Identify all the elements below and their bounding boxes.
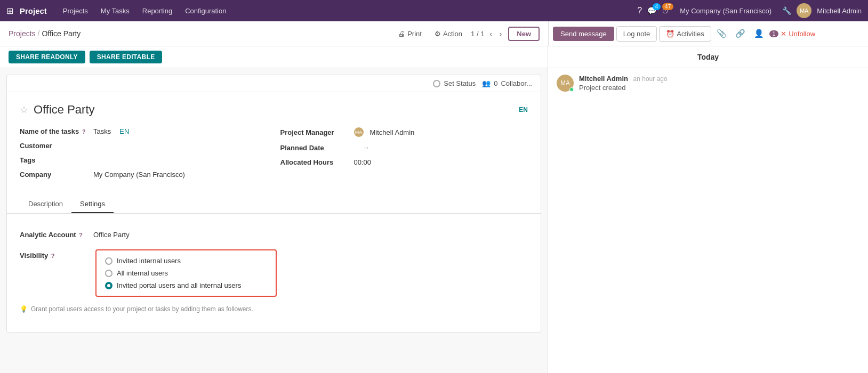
message-time: an hour ago — [633, 75, 668, 83]
main-layout: SHARE READONLY SHARE EDITABLE Set Status… — [0, 46, 868, 373]
company-value[interactable]: My Company (San Francisco) — [93, 171, 185, 179]
planned-date-label: Planned Date — [280, 144, 350, 152]
follower-icon[interactable]: 👤 — [751, 27, 767, 40]
analytic-account-value[interactable]: Office Party — [93, 231, 130, 239]
company-name: My Company (San Francisco) — [680, 7, 771, 15]
right-panel-header: Today — [548, 46, 868, 68]
pager-prev[interactable]: ‹ — [487, 29, 494, 39]
message-content: Mitchell Admin an hour ago Project creat… — [579, 75, 859, 92]
radio-circle-2 — [105, 282, 112, 289]
project-manager-label: Project Manager — [280, 128, 350, 136]
settings-icon: ⚙ — [435, 30, 441, 38]
today-label: Today — [557, 53, 859, 61]
project-title-row: ☆ Office Party EN — [20, 103, 528, 117]
online-dot — [569, 87, 574, 92]
name-of-tasks-label: Name of the tasks ? — [20, 127, 89, 135]
visibility-option-2[interactable]: Invited portal users and all internal us… — [105, 281, 267, 289]
activity-badge: 47 — [662, 3, 673, 10]
customer-label: Customer — [20, 142, 89, 150]
collaborators-icon: 👥 — [482, 79, 491, 87]
message-author: Mitchell Admin — [579, 75, 628, 83]
project-manager-value[interactable]: Mitchell Admin — [370, 128, 415, 136]
analytic-account-label: Analytic Account ? — [20, 231, 89, 239]
visibility-option-1[interactable]: All internal users — [105, 269, 267, 277]
title-lang-badge[interactable]: EN — [519, 106, 528, 113]
bulb-icon: 💡 — [20, 305, 28, 313]
message-entry: MA Mitchell Admin an hour ago Project cr… — [548, 68, 868, 98]
visibility-section: Invited internal users All internal user… — [95, 249, 277, 297]
tab-settings[interactable]: Settings — [71, 196, 114, 213]
clock-icon: ⏰ — [666, 30, 674, 38]
visibility-option-0[interactable]: Invited internal users — [105, 257, 267, 265]
nav-configuration[interactable]: Configuration — [180, 5, 231, 17]
share-readonly-button[interactable]: SHARE READONLY — [9, 51, 85, 63]
analytic-account-row: Analytic Account ? Office Party — [20, 231, 528, 239]
manager-avatar: MA — [354, 127, 364, 137]
form-fields: Name of the tasks ? Tasks EN Customer Ta… — [20, 127, 528, 185]
form-tabs: Description Settings — [7, 196, 541, 214]
action-button[interactable]: ⚙ Action — [430, 28, 467, 40]
nav-reporting[interactable]: Reporting — [137, 5, 178, 17]
user-avatar[interactable]: MA — [797, 3, 811, 18]
app-name: Project — [20, 6, 47, 15]
print-button[interactable]: 🖨 Print — [394, 28, 426, 40]
user-name: Mitchell Admin — [817, 7, 862, 15]
form-status-bar: Set Status 👥 0 Collabor... — [7, 75, 541, 92]
log-note-button[interactable]: Log note — [616, 26, 657, 42]
nav-my-tasks[interactable]: My Tasks — [95, 5, 135, 17]
close-icon: ✕ — [781, 30, 786, 38]
project-title[interactable]: Office Party — [34, 103, 95, 117]
status-circle — [433, 80, 440, 87]
company-label: Company — [20, 171, 89, 179]
left-panel: SHARE READONLY SHARE EDITABLE Set Status… — [0, 46, 548, 373]
breadcrumb-separator: / — [38, 29, 40, 38]
chat-icon[interactable]: 💬 4 — [647, 6, 656, 15]
attachment-icon[interactable]: 📎 — [713, 27, 730, 40]
breadcrumb-parent[interactable]: Projects — [9, 29, 36, 38]
form-area: Set Status 👥 0 Collabor... ☆ Office Part… — [6, 75, 541, 333]
visibility-row: Visibility ? Invited internal users All … — [20, 249, 528, 303]
right-panel: Today MA Mitchell Admin an hour ago Proj… — [548, 46, 868, 373]
form-content: ☆ Office Party EN Name of the tasks ? Ta… — [7, 92, 541, 332]
breadcrumb-current: Office Party — [42, 29, 81, 38]
top-navigation: ⊞ Project Projects My Tasks Reporting Co… — [0, 0, 868, 21]
unfollow-button[interactable]: ✕ Unfollow — [781, 30, 815, 38]
tab-description[interactable]: Description — [20, 196, 71, 213]
radio-circle-1 — [105, 270, 112, 277]
pager: 1 / 1 ‹ › — [471, 29, 504, 39]
analytic-help-icon[interactable]: ? — [79, 232, 83, 238]
allocated-hours-label: Allocated Hours — [280, 158, 350, 166]
help-icon[interactable]: ? — [82, 128, 86, 135]
visibility-label: Visibility ? — [20, 249, 89, 260]
support-icon[interactable]: ? — [637, 6, 642, 15]
message-avatar: MA — [557, 75, 574, 92]
tools-icon[interactable]: 🔧 — [782, 6, 791, 15]
new-button[interactable]: New — [508, 27, 540, 41]
settings-content: Analytic Account ? Office Party Visibili… — [20, 222, 528, 321]
name-of-tasks-value[interactable]: Tasks — [93, 127, 111, 135]
set-status-button[interactable]: Set Status — [433, 79, 476, 87]
visibility-help-icon[interactable]: ? — [51, 253, 55, 259]
follower-count: 1 — [769, 30, 779, 37]
share-bar: SHARE READONLY SHARE EDITABLE — [0, 46, 548, 68]
chat-badge: 4 — [653, 3, 661, 10]
date-arrow-icon: → — [363, 143, 370, 152]
print-icon: 🖨 — [398, 30, 405, 38]
breadcrumb: Projects / Office Party — [9, 29, 390, 38]
visibility-hint: 💡 Grant portal users access to your proj… — [20, 305, 528, 313]
app-grid-icon[interactable]: ⊞ — [6, 6, 13, 16]
tags-label: Tags — [20, 156, 89, 164]
radio-circle-0 — [105, 257, 112, 265]
collaborators-button[interactable]: 👥 0 Collabor... — [482, 79, 532, 87]
share-editable-button[interactable]: SHARE EDITABLE — [90, 51, 163, 63]
nav-projects[interactable]: Projects — [58, 5, 93, 17]
message-text: Project created — [579, 84, 859, 92]
link-icon[interactable]: 🔗 — [732, 27, 749, 40]
pager-next[interactable]: › — [497, 29, 504, 39]
send-message-button[interactable]: Send message — [553, 27, 614, 41]
activity-icon[interactable]: ⏱ 47 — [662, 6, 669, 15]
allocated-hours-value[interactable]: 00:00 — [354, 158, 372, 166]
name-of-tasks-lang[interactable]: EN — [119, 127, 129, 135]
activities-button[interactable]: ⏰ Activities — [659, 26, 711, 42]
star-icon[interactable]: ☆ — [20, 104, 28, 116]
